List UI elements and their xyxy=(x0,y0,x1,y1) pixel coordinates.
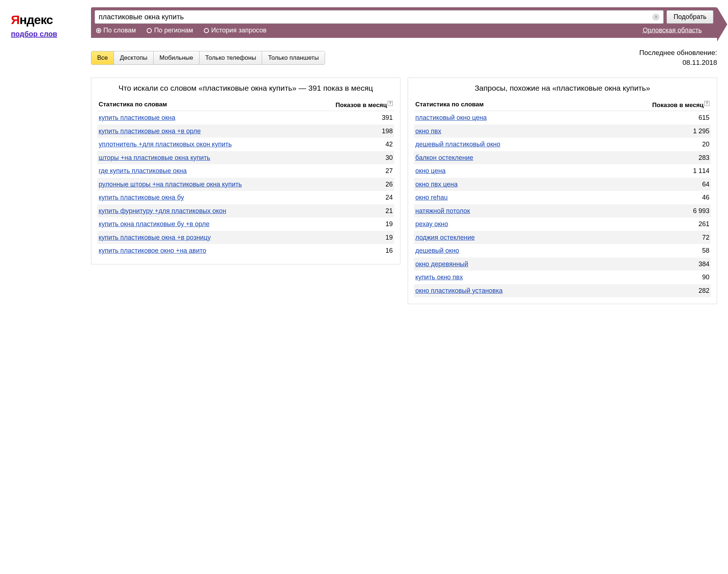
left-panel: Что искали со словом «пластиковые окна к… xyxy=(91,78,400,264)
keyword-link[interactable]: дешевый пластиковый окно xyxy=(415,141,500,148)
keyword-link[interactable]: пластиковый окно цена xyxy=(415,114,487,121)
mode-tab[interactable]: По регионам xyxy=(147,27,193,34)
keyword-link[interactable]: рулонные шторы +на пластиковые окна купи… xyxy=(99,181,242,188)
table-row: окно пвх цена64 xyxy=(414,178,711,191)
table-row: купить пластиковые окна +в орле198 xyxy=(97,125,394,138)
service-link[interactable]: подбор слов xyxy=(11,30,57,38)
shows-value: 90 xyxy=(592,271,711,284)
keyword-link[interactable]: купить пластиковые окна +в розницу xyxy=(99,234,211,241)
keyword-link[interactable]: купить пластиковые окна +в орле xyxy=(99,127,201,135)
logo: Яндекс xyxy=(11,13,76,27)
table-row: окно пластиковый установка282 xyxy=(414,284,711,298)
shows-value: 26 xyxy=(308,178,394,191)
col-shows: Показов в месяц? xyxy=(592,99,711,111)
keyword-link[interactable]: окно rehau xyxy=(415,194,448,201)
shows-value: 16 xyxy=(308,244,394,257)
table-row: рехау окно261 xyxy=(414,217,711,231)
shows-value: 27 xyxy=(308,164,394,178)
keyword-link[interactable]: натяжной потолок xyxy=(415,207,470,215)
table-row: окно пвх1 295 xyxy=(414,125,711,138)
shows-value: 198 xyxy=(308,125,394,138)
right-panel-title: Запросы, похожие на «пластиковые окна ку… xyxy=(414,83,711,93)
logo-red: Я xyxy=(11,13,19,27)
table-row: пластиковый окно цена615 xyxy=(414,111,711,125)
table-row: дешевый пластиковый окно20 xyxy=(414,138,711,151)
keyword-link[interactable]: рехау окно xyxy=(415,220,448,228)
shows-value: 21 xyxy=(308,204,394,218)
col-stat: Статистика по словам xyxy=(97,99,308,111)
update-info: Последнее обновление: 08.11.2018 xyxy=(639,48,717,67)
region-link[interactable]: Орловская область xyxy=(643,27,702,34)
device-tab[interactable]: Мобильные xyxy=(154,51,199,64)
keyword-link[interactable]: купить пластиковое окно +на авито xyxy=(99,247,206,254)
keyword-link[interactable]: купить пластиковые окна бу xyxy=(99,194,184,201)
search-input-wrap[interactable]: ✕ xyxy=(95,10,664,24)
shows-value: 58 xyxy=(592,244,711,257)
mode-tab[interactable]: По словам xyxy=(96,27,136,34)
table-row: окно rehau46 xyxy=(414,191,711,204)
keyword-link[interactable]: купить пластиковые окна xyxy=(99,114,175,121)
table-row: дешевый окно58 xyxy=(414,244,711,257)
keyword-link[interactable]: лоджия остекление xyxy=(415,234,475,241)
right-panel: Запросы, похожие на «пластиковые окна ку… xyxy=(408,78,717,304)
radio-icon xyxy=(147,28,152,33)
col-stat: Статистика по словам xyxy=(414,99,592,111)
device-tab[interactable]: Все xyxy=(91,51,114,64)
table-row: натяжной потолок6 993 xyxy=(414,204,711,218)
keyword-link[interactable]: окно пвх цена xyxy=(415,181,458,188)
shows-value: 261 xyxy=(592,217,711,231)
submit-button[interactable]: Подобрать xyxy=(666,10,713,24)
table-row: купить фурнитуру +для пластиковых окон21 xyxy=(97,204,394,218)
help-icon[interactable]: ? xyxy=(388,101,393,106)
clear-icon[interactable]: ✕ xyxy=(652,13,660,21)
help-icon[interactable]: ? xyxy=(704,101,709,106)
logo-rest: ндекс xyxy=(19,13,53,27)
table-row: уплотнитель +для пластиковых окон купить… xyxy=(97,138,394,151)
mode-tab-label: По словам xyxy=(103,27,136,34)
table-row: где купить пластиковые окна27 xyxy=(97,164,394,178)
search-input[interactable] xyxy=(99,13,652,21)
search-bar: ✕ Подобрать По словамПо регионамИстория … xyxy=(91,7,717,38)
shows-value: 19 xyxy=(308,217,394,231)
shows-value: 42 xyxy=(308,138,394,151)
keyword-link[interactable]: дешевый окно xyxy=(415,247,459,254)
keyword-link[interactable]: окно деревянный xyxy=(415,260,468,268)
table-row: купить пластиковое окно +на авито16 xyxy=(97,244,394,257)
shows-value: 30 xyxy=(308,151,394,165)
table-row: окно цена1 114 xyxy=(414,164,711,178)
radio-icon xyxy=(204,28,209,33)
table-row: рулонные шторы +на пластиковые окна купи… xyxy=(97,178,394,191)
table-row: купить окно пвх90 xyxy=(414,271,711,284)
keyword-link[interactable]: купить фурнитуру +для пластиковых окон xyxy=(99,207,226,215)
keyword-link[interactable]: уплотнитель +для пластиковых окон купить xyxy=(99,141,232,148)
col-shows: Показов в месяц? xyxy=(308,99,394,111)
table-row: балкон остекление283 xyxy=(414,151,711,165)
keyword-link[interactable]: где купить пластиковые окна xyxy=(99,167,187,174)
device-tab[interactable]: Десктопы xyxy=(114,51,154,64)
device-tab[interactable]: Только телефоны xyxy=(199,51,262,64)
update-date: 08.11.2018 xyxy=(682,59,717,66)
shows-value: 20 xyxy=(592,138,711,151)
keyword-link[interactable]: балкон остекление xyxy=(415,154,473,161)
keyword-link[interactable]: окно цена xyxy=(415,167,446,174)
keyword-link[interactable]: шторы +на пластиковые окна купить xyxy=(99,154,210,161)
shows-value: 19 xyxy=(308,231,394,244)
mode-tab[interactable]: История запросов xyxy=(204,27,266,34)
keyword-link[interactable]: купить окно пвх xyxy=(415,274,463,281)
shows-value: 282 xyxy=(592,284,711,298)
radio-icon xyxy=(96,28,101,33)
shows-value: 72 xyxy=(592,231,711,244)
update-label: Последнее обновление: xyxy=(639,49,717,56)
device-tabs: ВсеДесктопыМобильныеТолько телефоныТольк… xyxy=(91,51,325,65)
keyword-link[interactable]: окно пластиковый установка xyxy=(415,287,503,294)
shows-value: 1 295 xyxy=(592,125,711,138)
device-tab[interactable]: Только планшеты xyxy=(262,51,324,64)
table-row: купить пластиковые окна391 xyxy=(97,111,394,125)
keyword-link[interactable]: купить окна пластиковые бу +в орле xyxy=(99,220,209,228)
keyword-link[interactable]: окно пвх xyxy=(415,127,441,135)
left-panel-title: Что искали со словом «пластиковые окна к… xyxy=(97,83,394,93)
shows-value: 46 xyxy=(592,191,711,204)
shows-value: 64 xyxy=(592,178,711,191)
shows-value: 615 xyxy=(592,111,711,125)
left-table: Статистика по словам Показов в месяц? ку… xyxy=(97,99,394,257)
